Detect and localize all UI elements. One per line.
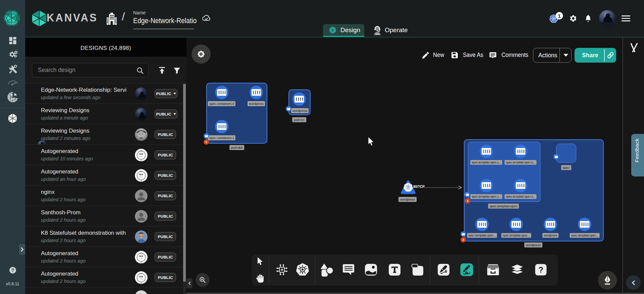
svg-text:?: ?	[11, 268, 14, 273]
svg-text:1: 1	[558, 13, 561, 19]
svg-text:?: ?	[538, 265, 543, 274]
